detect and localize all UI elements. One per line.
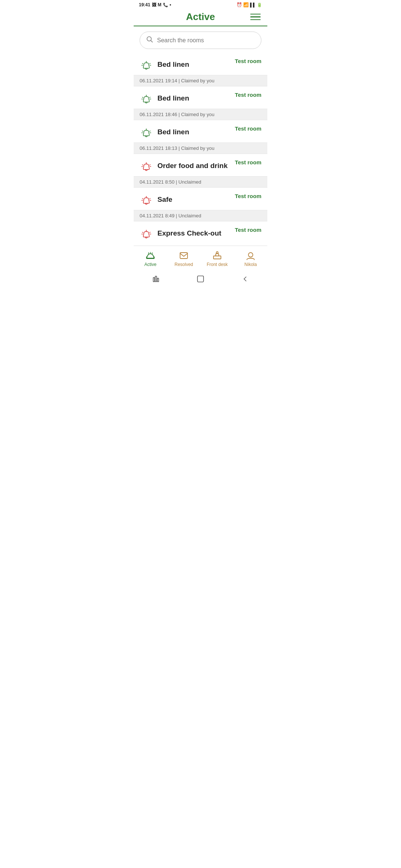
svg-line-19 [150, 165, 150, 165]
item-room-0: Test room [235, 58, 261, 64]
svg-line-18 [142, 165, 143, 165]
menu-button[interactable] [250, 14, 261, 20]
item-meta-2: 06.11.2021 18:13 | Claimed by you [134, 142, 267, 154]
resolved-nav-label: Resolved [175, 262, 193, 267]
item-label-2: Bed linen [157, 128, 189, 136]
item-room-1: Test room [235, 92, 261, 98]
bell-icon-3 [140, 159, 153, 172]
list-item-main-1: Bed linen Test room [134, 86, 267, 109]
item-meta-0: 06.11.2021 19:14 | Claimed by you [134, 75, 267, 86]
item-left-2: Bed linen [140, 125, 189, 139]
list-item[interactable]: Bed linen Test room 06.11.2021 19:14 | C… [134, 53, 267, 86]
item-label-5: Express Check-out [157, 229, 221, 237]
list-item[interactable]: Bed linen Test room 06.11.2021 18:46 | C… [134, 86, 267, 120]
item-left-1: Bed linen [140, 92, 189, 105]
nav-item-nikola[interactable]: Nikola [234, 249, 267, 269]
item-left-0: Bed linen [140, 58, 189, 71]
page-title: Active [151, 11, 250, 23]
phone-icon: 📞 [163, 3, 168, 7]
bell-icon-2 [140, 125, 153, 139]
battery-icon: 🔋 [257, 3, 262, 7]
frontdesk-nav-icon [212, 250, 223, 261]
svg-line-23 [142, 198, 143, 199]
item-label-1: Bed linen [157, 94, 189, 102]
svg-line-29 [150, 232, 150, 233]
svg-rect-41 [157, 278, 159, 282]
item-meta-1: 06.11.2021 18:46 | Claimed by you [134, 109, 267, 120]
svg-rect-34 [213, 256, 221, 259]
list-item-main-4: Safe Test room [134, 188, 267, 210]
list-item[interactable]: Safe Test room 04.11.2021 8:49 | Unclaim… [134, 188, 267, 221]
item-room-5: Test room [235, 227, 261, 233]
list-item-main-2: Bed linen Test room [134, 120, 267, 142]
active-nav-label: Active [144, 262, 157, 267]
list-item-main-3: Order food and drink Test room [134, 154, 267, 176]
bell-icon-0 [140, 58, 153, 71]
dot-icon: • [170, 2, 171, 7]
item-room-3: Test room [235, 159, 261, 165]
search-box [140, 32, 261, 49]
signal-icon: ▌▌ [250, 3, 256, 7]
time: 19:41 [139, 2, 150, 7]
svg-line-28 [142, 232, 143, 233]
svg-line-8 [142, 97, 143, 98]
svg-line-4 [150, 63, 150, 64]
back-button[interactable] [240, 274, 250, 284]
svg-line-14 [150, 131, 150, 132]
svg-line-9 [150, 97, 150, 98]
svg-point-36 [216, 252, 218, 254]
active-nav-icon [145, 250, 156, 261]
frontdesk-nav-label: Front desk [207, 262, 228, 267]
item-left-3: Order food and drink [140, 159, 228, 172]
mail-icon: M [158, 2, 162, 7]
alarm-icon: ⏰ [237, 2, 242, 7]
list-item[interactable]: Bed linen Test room 06.11.2021 18:13 | C… [134, 120, 267, 154]
list-item[interactable]: Order food and drink Test room 04.11.202… [134, 154, 267, 188]
list-item-main-5: Express Check-out Test room [134, 221, 267, 244]
header: Active [134, 9, 267, 26]
svg-line-24 [150, 198, 150, 199]
home-button[interactable] [195, 274, 206, 284]
bell-icon-1 [140, 92, 153, 105]
svg-rect-39 [153, 277, 155, 282]
item-label-0: Bed linen [157, 60, 189, 69]
svg-point-38 [248, 253, 253, 257]
system-nav-bar [134, 270, 267, 289]
hamburger-line-2 [250, 16, 261, 17]
svg-line-13 [142, 131, 143, 132]
item-label-4: Safe [157, 195, 172, 204]
list-item-main-0: Bed linen Test room [134, 53, 267, 75]
hamburger-line-3 [250, 19, 261, 20]
hamburger-line-1 [250, 14, 261, 15]
item-meta-4: 04.11.2021 8:49 | Unclaimed [134, 210, 267, 221]
nav-item-active[interactable]: Active [134, 249, 167, 269]
item-room-2: Test room [235, 125, 261, 132]
nav-item-resolved[interactable]: Resolved [167, 249, 200, 269]
svg-rect-33 [180, 253, 188, 259]
svg-rect-40 [155, 276, 157, 282]
svg-rect-32 [146, 258, 154, 259]
search-container [134, 26, 267, 53]
nikola-nav-icon [245, 250, 256, 261]
nav-item-frontdesk[interactable]: Front desk [200, 249, 234, 269]
svg-line-1 [151, 40, 152, 42]
bell-icon-5 [140, 227, 153, 240]
svg-rect-35 [216, 254, 219, 256]
bell-icon-4 [140, 193, 153, 206]
nikola-nav-label: Nikola [244, 262, 257, 267]
svg-line-3 [142, 63, 143, 64]
wifi-icon: 📶 [243, 2, 249, 7]
status-left: 19:41 🖼 M 📞 • [139, 2, 171, 7]
resolved-nav-icon [178, 250, 189, 261]
svg-rect-42 [198, 276, 204, 282]
recents-button[interactable] [151, 274, 161, 284]
requests-list: Bed linen Test room 06.11.2021 19:14 | C… [134, 53, 267, 246]
item-label-3: Order food and drink [157, 162, 228, 170]
bottom-nav: Active Resolved Front desk Nikola [134, 246, 267, 270]
item-left-4: Safe [140, 193, 172, 206]
search-input[interactable] [157, 37, 255, 44]
list-item[interactable]: Express Check-out Test room [134, 221, 267, 244]
status-bar: 19:41 🖼 M 📞 • ⏰ 📶 ▌▌ 🔋 [134, 0, 267, 9]
image-icon: 🖼 [152, 2, 156, 7]
item-meta-3: 04.11.2021 8:50 | Unclaimed [134, 176, 267, 188]
